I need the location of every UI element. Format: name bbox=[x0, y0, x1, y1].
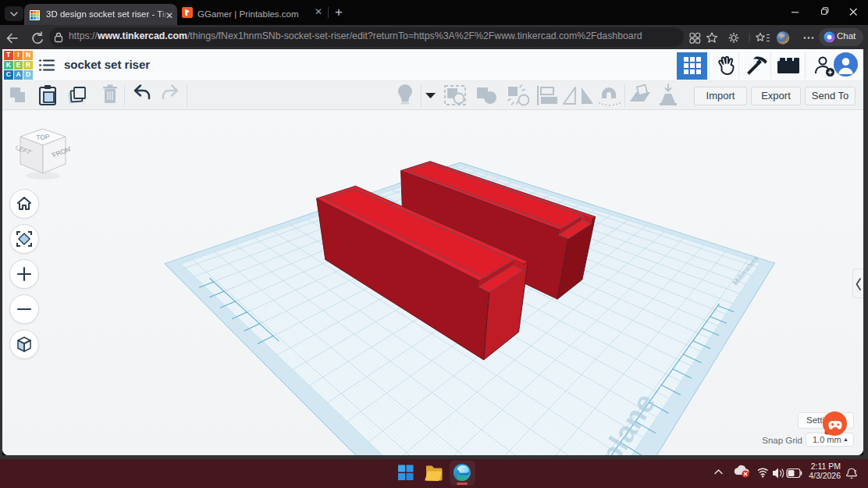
svg-text:TOP: TOP bbox=[36, 133, 50, 141]
svg-text:z: z bbox=[855, 468, 857, 473]
